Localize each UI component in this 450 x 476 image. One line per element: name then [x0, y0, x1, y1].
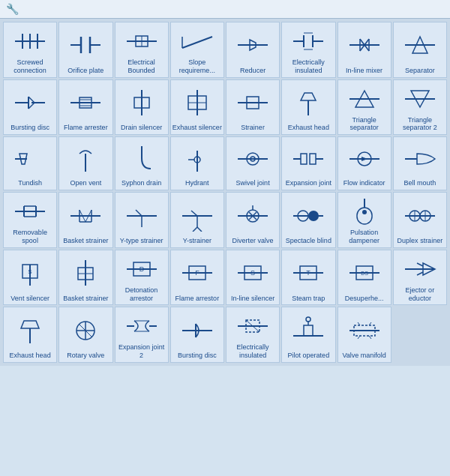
svg-text:T: T: [307, 269, 311, 277]
shape-cell-pulsation-dampener[interactable]: Pulsation dampener: [338, 192, 392, 248]
shape-cell-bursting-disc2[interactable]: Bursting disc: [170, 307, 224, 363]
svg-point-99: [362, 210, 367, 214]
shape-label-bell-mouth: Bell mouth: [404, 179, 436, 187]
shape-label-y-strainer: Y-strainer: [183, 237, 212, 245]
shape-cell-steam-trap[interactable]: TSteam trap: [281, 250, 335, 306]
shape-cell-flame-arrestor[interactable]: FFlame arrestor: [170, 250, 224, 306]
shape-cell-triangle-separator-2[interactable]: Triangle separator 2: [393, 79, 447, 136]
shape-label-vent-silencer: Vent silencer: [10, 295, 50, 303]
shape-cell-expansion-joint2[interactable]: Expansion joint 2: [115, 307, 169, 363]
shape-cell-triangle-separator[interactable]: Triangle separator: [338, 79, 392, 136]
shape-cell-valve-manifold[interactable]: Valve manifold: [338, 307, 392, 363]
shape-cell-strainer[interactable]: Strainer: [226, 79, 280, 136]
shape-cell-expansion-joint[interactable]: Expansion joint: [281, 136, 335, 190]
shape-icon-reducer: [228, 25, 278, 65]
shape-cell-duplex-strainer[interactable]: Duplex strainer: [393, 192, 447, 248]
svg-line-152: [358, 336, 360, 339]
shape-icon-valve-manifold: [340, 310, 389, 350]
shape-icon-bursting-disc2: [172, 310, 222, 350]
shape-icon-triangle-separator-2: [395, 83, 445, 115]
shape-cell-screwed-connection[interactable]: Screwed connection: [3, 22, 57, 78]
shape-cell-desuperheater[interactable]: DSDesuperhe...: [338, 250, 392, 306]
svg-text:F: F: [195, 269, 200, 277]
shape-cell-vent-silencer[interactable]: SVent silencer: [3, 250, 57, 306]
shape-icon-separator: [395, 25, 445, 65]
shape-cell-basket-strainer[interactable]: Basket strainer: [58, 192, 112, 248]
shape-cell-slope-requirement[interactable]: Slope requireme...: [170, 22, 224, 78]
shape-cell-tundish[interactable]: Tundish: [3, 136, 57, 190]
shape-icon-inline-mixer: [340, 25, 389, 65]
shape-label-electrical-bounded: Electrical Bounded: [117, 58, 166, 75]
shape-icon-flow-indicator: [340, 140, 389, 178]
shape-icon-screwed-connection: [5, 25, 55, 57]
shape-label-exhaust-silencer: Exhaust silencer: [172, 124, 222, 132]
shape-cell-flow-indicator[interactable]: Flow indicator: [338, 136, 392, 190]
svg-line-32: [28, 103, 34, 109]
shape-cell-basket-strainer2[interactable]: Basket strainer: [58, 250, 112, 306]
shape-label-desuperheater: Desuperhe...: [345, 295, 384, 303]
shape-cell-exhaust-head2[interactable]: Exhaust head: [3, 307, 57, 363]
shape-label-bursting-disc: Bursting disc: [10, 124, 50, 132]
shape-icon-inline-silencer: S: [228, 253, 278, 293]
svg-line-31: [28, 97, 34, 103]
shape-cell-removable-spool[interactable]: Removable spool: [3, 192, 57, 248]
shape-cell-electrically-insulated2[interactable]: Electrically insulated: [226, 307, 280, 363]
shape-cell-pilot-operated[interactable]: Pilot operated: [281, 307, 335, 363]
title-icon: 🔧: [6, 3, 19, 15]
shape-icon-y-strainer: [172, 196, 222, 235]
shape-cell-electrical-bounded[interactable]: Electrical Bounded: [115, 22, 169, 78]
shape-icon-bursting-disc: [5, 83, 55, 123]
shape-cell-swivel-joint[interactable]: Swivel joint: [226, 136, 280, 190]
shape-icon-orifice-plate: [61, 25, 110, 65]
shape-cell-y-strainer[interactable]: Y-strainer: [170, 192, 224, 248]
shape-icon-exhaust-silencer: [172, 83, 222, 123]
shape-cell-bursting-disc[interactable]: Bursting disc: [3, 79, 57, 136]
shape-label-hydrant: Hydrant: [185, 179, 209, 187]
shape-cell-diverter-valve[interactable]: Diverter valve: [226, 192, 280, 248]
shape-icon-flame-arrester: [61, 83, 110, 123]
shape-icon-detonation-arrestor: D: [117, 253, 166, 285]
shape-icon-desuperheater: DS: [340, 253, 389, 293]
shape-cell-inline-mixer[interactable]: In-line mixer: [338, 22, 392, 78]
shape-label-spectacle-blind: Spectacle blind: [286, 237, 332, 245]
shape-label-open-vent: Open vent: [70, 179, 102, 187]
shape-label-pulsation-dampener: Pulsation dampener: [340, 229, 389, 245]
shape-icon-y-type-strainer: [117, 196, 166, 235]
shape-icon-electrically-insulated: [284, 25, 333, 57]
shape-label-y-type-strainer: Y-type strainer: [120, 237, 164, 245]
shape-cell-bell-mouth[interactable]: Bell mouth: [393, 136, 447, 190]
svg-text:S: S: [28, 268, 32, 275]
shape-cell-electrically-insulated[interactable]: Electrically insulated: [281, 22, 335, 78]
shape-cell-spectacle-blind[interactable]: Spectacle blind: [281, 192, 335, 248]
shape-label-orifice-plate: Orifice plate: [68, 67, 104, 75]
svg-marker-67: [362, 157, 368, 161]
shape-icon-strainer: [228, 83, 278, 123]
shape-cell-flame-arrester[interactable]: Flame arrester: [58, 79, 112, 136]
svg-text:DS: DS: [361, 271, 368, 276]
shape-cell-detonation-arrestor[interactable]: DDetonation arrestor: [115, 250, 169, 306]
shape-icon-exhaust-head2: [5, 310, 55, 350]
shape-cell-inline-silencer[interactable]: SIn-line silencer: [226, 250, 280, 306]
shape-cell-drain-silencer[interactable]: Drain silencer: [115, 79, 169, 136]
shape-cell-exhaust-head[interactable]: Exhaust head: [281, 79, 335, 136]
svg-text:D: D: [139, 265, 144, 273]
shape-label-removable-spool: Removable spool: [5, 229, 55, 245]
shape-label-duplex-strainer: Duplex strainer: [398, 237, 443, 245]
svg-rect-63: [301, 154, 307, 164]
shape-cell-exhaust-silencer[interactable]: Exhaust silencer: [170, 79, 224, 136]
shape-cell-ejector-eductor[interactable]: Ejector or eductor: [393, 250, 447, 306]
svg-line-128: [417, 263, 423, 266]
shape-cell-open-vent[interactable]: Open vent: [58, 136, 112, 190]
shape-label-valve-manifold: Valve manifold: [342, 352, 386, 360]
shape-cell-hydrant[interactable]: Hydrant: [170, 136, 224, 190]
shape-cell-reducer[interactable]: Reducer: [226, 22, 280, 78]
shape-cell-rotary-valve[interactable]: Rotary valve: [58, 307, 112, 363]
shape-label-pilot-operated: Pilot operated: [288, 352, 330, 360]
shape-cell-y-type-strainer[interactable]: Y-type strainer: [115, 192, 169, 248]
shape-cell-orifice-plate[interactable]: Orifice plate: [58, 22, 112, 78]
shape-icon-flame-arrestor: F: [172, 253, 222, 293]
shape-cell-syphon-drain[interactable]: Syphon drain: [115, 136, 169, 190]
shape-label-rotary-valve: Rotary valve: [67, 352, 104, 360]
shape-cell-separator[interactable]: Separator: [393, 22, 447, 78]
shape-icon-basket-strainer: [61, 196, 110, 235]
